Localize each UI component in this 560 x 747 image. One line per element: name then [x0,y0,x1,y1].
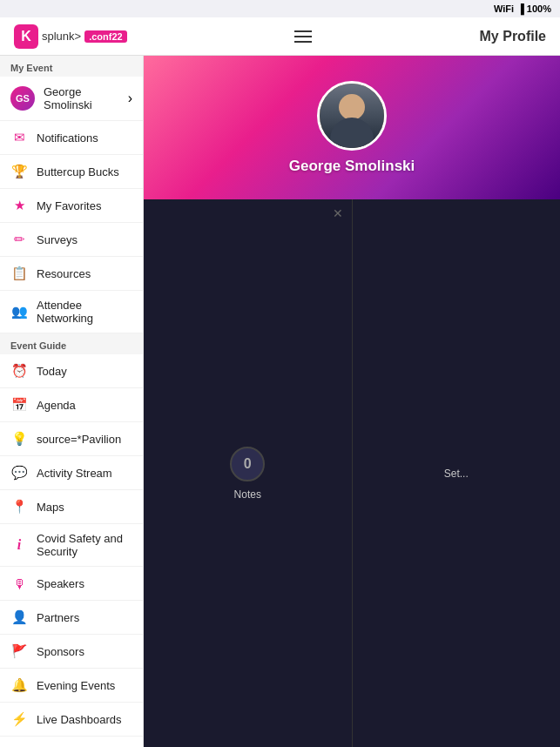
calendar-icon: 📅 [10,396,28,414]
logo-k-icon: K [14,24,38,49]
sidebar-item-label: Live Dashboards [37,713,132,726]
stat-card-settings: Set... [353,199,561,747]
avatar-head [339,94,365,120]
bell-icon: 🔔 [10,676,28,694]
profile-name: George Smolinski [289,158,415,175]
flag-icon: 🚩 [10,643,28,660]
sidebar-item-partners[interactable]: 👤 Partners [0,601,143,635]
bubble-icon: 💬 [10,464,28,481]
sidebar-item-evening-events[interactable]: 🔔 Evening Events [0,669,143,703]
top-nav: K splunk> .conf22 My Profile [0,17,560,56]
sidebar-item-buttercup-bucks[interactable]: 🏆 Buttercup Bucks [0,155,143,189]
my-event-section-header: My Event [0,56,143,77]
sidebar-item-label: Activity Stream [37,467,132,480]
sidebar-item-user[interactable]: GS George Smolinski › [0,77,143,121]
profile-avatar-image [320,84,384,148]
sidebar-item-live-dashboards[interactable]: ⚡ Live Dashboards [0,703,143,737]
star-icon: ★ [10,197,28,214]
sidebar-item-label: Agenda [37,399,132,412]
person-icon: 👤 [10,609,28,626]
sidebar-item-speakers[interactable]: 🎙 Speakers [0,567,143,601]
sidebar-item-label: Resources [37,267,132,280]
sidebar-item-pavilion[interactable]: 💡 source=*Pavilion [0,422,143,456]
chevron-right-icon: › [128,91,132,106]
sidebar-item-label: Covid Safety and Security [37,532,132,558]
settings-label: Set... [444,468,469,480]
avatar-body [330,118,374,148]
sidebar-item-label: Sponsors [37,645,132,658]
sidebar-item-today[interactable]: ⏰ Today [0,354,143,388]
sidebar-item-resources[interactable]: 📋 Resources [0,257,143,291]
sidebar-item-surveys[interactable]: ✏ Surveys [0,223,143,257]
notes-count-badge: 0 [230,447,265,481]
hamburger-line-3 [294,41,312,43]
logo-conf-text: .conf22 [84,30,127,43]
status-bar: WiFi ▐ 100% [0,0,560,17]
sidebar-item-label: Partners [37,611,132,624]
networking-icon: 👥 [10,303,28,320]
app-logo: K splunk> .conf22 [14,24,127,49]
lightbulb-icon: 💡 [10,430,28,448]
info-icon: i [10,536,28,554]
document-icon: 📋 [10,265,28,282]
sidebar-item-label: Notifications [37,131,132,145]
sidebar-user-name: George Smolinski [44,85,119,111]
pin-icon: 📍 [10,498,28,515]
page-title: My Profile [480,29,546,44]
sidebar-item-covid-safety[interactable]: i Covid Safety and Security [0,524,143,567]
sidebar-item-attendee-networking[interactable]: 👥 Attendee Networking [0,291,143,333]
sidebar-item-label: source=*Pavilion [37,433,132,446]
notifications-icon: ✉ [10,129,28,146]
logo-splunk-text: splunk> [42,30,81,43]
sidebar-item-my-favorites[interactable]: ★ My Favorites [0,189,143,223]
sidebar-item-label: Speakers [37,577,132,590]
hamburger-line-1 [294,30,312,32]
main-layout: My Event GS George Smolinski › ✉ Notific… [0,56,560,747]
hamburger-line-2 [294,36,312,37]
notes-label: Notes [234,488,261,501]
avatar: GS [10,86,35,111]
profile-header: George Smolinski [144,56,560,199]
hamburger-menu-button[interactable] [294,30,312,43]
battery-icon: ▐ 100% [517,3,551,14]
sidebar-item-label: Maps [37,501,132,514]
sidebar-item-label: Surveys [37,233,132,246]
sidebar-item-label: My Favorites [37,199,132,212]
sidebar: My Event GS George Smolinski › ✉ Notific… [0,56,144,747]
sidebar-item-label: Attendee Networking [37,299,132,325]
stat-card-notes: 0 Notes ✕ [144,199,353,747]
status-icons: WiFi ▐ 100% [494,3,551,14]
sidebar-item-label: Today [37,365,132,378]
lightning-icon: ⚡ [10,710,28,728]
pencil-icon: ✏ [10,231,28,248]
stats-row: 0 Notes ✕ Set... [144,199,560,747]
trophy-icon: 🏆 [10,163,28,180]
clock-icon: ⏰ [10,362,28,380]
sidebar-item-sponsors[interactable]: 🚩 Sponsors [0,635,143,669]
sidebar-item-agenda[interactable]: 📅 Agenda [0,388,143,422]
main-content: George Smolinski 0 Notes ✕ Set... [144,56,560,747]
notes-close-icon[interactable]: ✕ [333,206,343,220]
microphone-icon: 🎙 [10,575,28,592]
sidebar-item-about-this-app[interactable]: i About This App [0,737,143,747]
sidebar-item-maps[interactable]: 📍 Maps [0,490,143,524]
sidebar-item-label: Buttercup Bucks [37,165,132,178]
event-guide-section-header: Event Guide [0,333,143,354]
sidebar-item-label: Evening Events [37,679,132,692]
profile-avatar [317,81,387,151]
avatar-initials: GS [16,93,30,104]
wifi-icon: WiFi [494,3,514,14]
sidebar-item-notifications[interactable]: ✉ Notifications [0,121,143,155]
sidebar-item-activity-stream[interactable]: 💬 Activity Stream [0,456,143,490]
